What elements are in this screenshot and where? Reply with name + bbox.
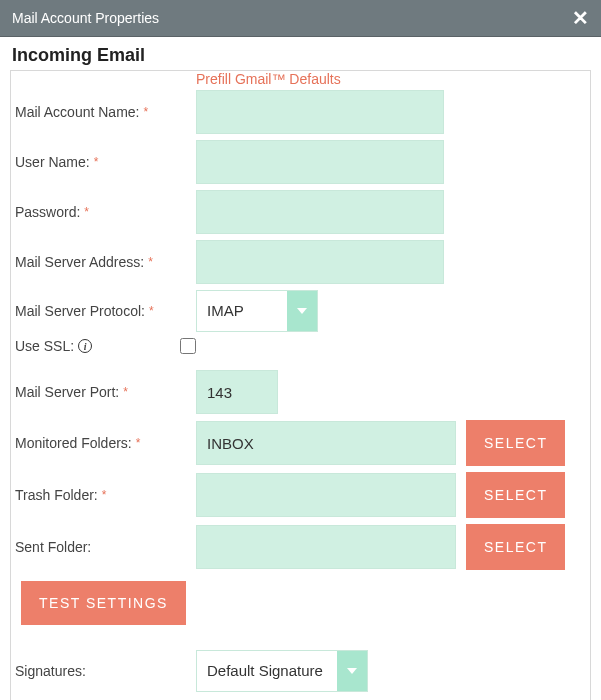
trash-folder-label: Trash Folder:*: [11, 487, 196, 503]
select-sent-folder-button[interactable]: SELECT: [466, 524, 565, 570]
mail-account-name-label: Mail Account Name:*: [11, 104, 196, 120]
mail-account-name-field[interactable]: [196, 90, 444, 134]
mail-server-protocol-select[interactable]: IMAP: [196, 290, 318, 332]
user-name-field[interactable]: [196, 140, 444, 184]
info-icon[interactable]: i: [78, 339, 92, 353]
section-title: Incoming Email: [0, 37, 601, 68]
dialog-header: Mail Account Properties ✕: [0, 0, 601, 37]
sent-folder-label: Sent Folder:: [11, 539, 196, 555]
use-ssl-checkbox[interactable]: [180, 338, 196, 354]
chevron-down-icon[interactable]: [337, 651, 367, 691]
signature-value: Default Signature: [197, 651, 337, 691]
protocol-value: IMAP: [197, 291, 287, 331]
user-name-label: User Name:*: [11, 154, 196, 170]
mail-server-protocol-label: Mail Server Protocol:*: [11, 303, 196, 319]
password-field[interactable]: [196, 190, 444, 234]
sent-folder-field[interactable]: [196, 525, 456, 569]
select-monitored-folders-button[interactable]: SELECT: [466, 420, 565, 466]
mail-server-address-field[interactable]: [196, 240, 444, 284]
test-settings-button[interactable]: TEST SETTINGS: [21, 581, 186, 625]
use-ssl-label: Use SSL: i: [11, 338, 196, 354]
form-content: Prefill Gmail™ Defaults Mail Account Nam…: [10, 70, 591, 700]
mail-server-address-label: Mail Server Address:*: [11, 254, 196, 270]
monitored-folders-field[interactable]: [196, 421, 456, 465]
trash-folder-field[interactable]: [196, 473, 456, 517]
select-trash-folder-button[interactable]: SELECT: [466, 472, 565, 518]
signatures-select[interactable]: Default Signature: [196, 650, 368, 692]
prefill-gmail-link[interactable]: Prefill Gmail™ Defaults: [196, 71, 590, 87]
monitored-folders-label: Monitored Folders:*: [11, 435, 196, 451]
signatures-label: Signatures:: [11, 663, 196, 679]
dialog-title: Mail Account Properties: [12, 10, 159, 26]
mail-server-port-label: Mail Server Port:*: [11, 384, 196, 400]
mail-server-port-field[interactable]: [196, 370, 278, 414]
close-icon[interactable]: ✕: [572, 8, 589, 28]
chevron-down-icon[interactable]: [287, 291, 317, 331]
password-label: Password:*: [11, 204, 196, 220]
